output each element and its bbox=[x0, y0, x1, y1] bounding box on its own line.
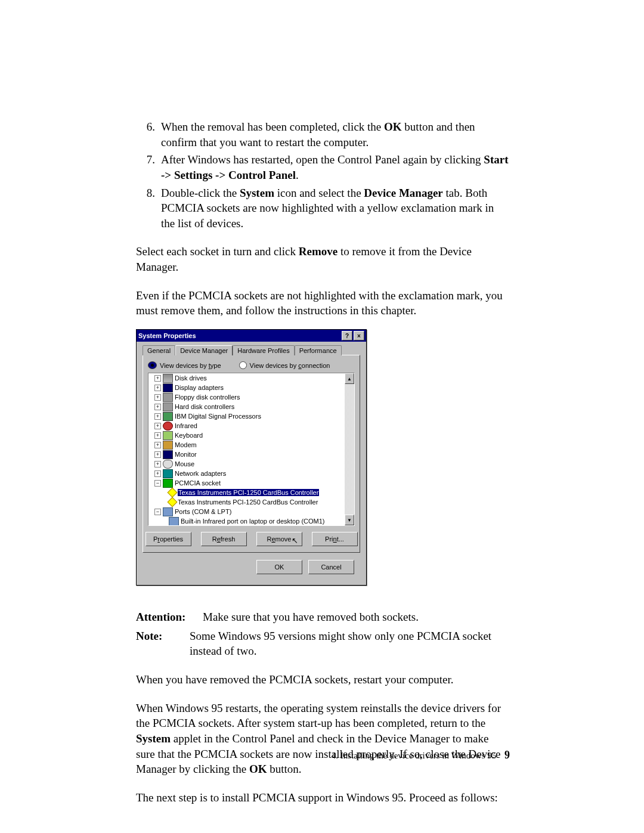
system-properties-dialog: System Properties ? × General Device Man… bbox=[136, 329, 367, 586]
step-number: 8. bbox=[136, 185, 161, 231]
print-button[interactable]: Print... bbox=[312, 532, 358, 546]
dsp-icon bbox=[163, 412, 173, 421]
chapter-title: 4. Installing the device drivers in Wind… bbox=[332, 751, 497, 760]
ok-button[interactable]: OK bbox=[256, 560, 302, 574]
expand-icon[interactable]: + bbox=[154, 442, 161, 448]
expand-icon[interactable]: + bbox=[154, 470, 161, 477]
expand-icon[interactable]: + bbox=[154, 385, 161, 391]
tab-general[interactable]: General bbox=[143, 345, 175, 355]
instruction-list: 6. When the removal has been completed, … bbox=[136, 119, 510, 231]
keyboard-icon bbox=[163, 431, 173, 440]
page-footer: 4. Installing the device drivers in Wind… bbox=[332, 749, 510, 761]
modem-icon bbox=[163, 441, 173, 450]
expand-icon[interactable]: + bbox=[154, 394, 161, 401]
vertical-scrollbar[interactable]: ▲ ▼ bbox=[345, 373, 354, 525]
cancel-button[interactable]: Cancel bbox=[308, 560, 354, 574]
tree-item[interactable]: Texas Instruments PCI-1250 CardBus Contr… bbox=[178, 498, 318, 506]
dialog-titlebar: System Properties ? × bbox=[137, 330, 366, 342]
mouse-icon bbox=[163, 460, 173, 469]
close-icon[interactable]: × bbox=[354, 331, 364, 340]
floppy-icon bbox=[163, 393, 173, 402]
tab-hardware-profiles[interactable]: Hardware Profiles bbox=[233, 345, 294, 355]
tree-item-selected[interactable]: Texas Instruments PCI-1250 CardBus Contr… bbox=[178, 489, 319, 496]
radio-view-by-type[interactable]: View devices by type bbox=[148, 361, 221, 369]
scroll-down-icon[interactable]: ▼ bbox=[345, 515, 354, 525]
hdd-icon bbox=[163, 402, 173, 411]
page-number: 9 bbox=[504, 749, 510, 761]
paragraph: When Windows 95 restarts, the operating … bbox=[136, 701, 510, 777]
properties-button[interactable]: Properties bbox=[145, 532, 191, 546]
collapse-icon[interactable]: − bbox=[154, 480, 161, 487]
paragraph: When you have removed the PCMCIA sockets… bbox=[136, 672, 510, 688]
attention-text: Make sure that you have removed both soc… bbox=[203, 609, 419, 625]
radio-icon bbox=[148, 361, 157, 369]
warning-icon bbox=[168, 488, 178, 498]
step-text: When the removal has been completed, cli… bbox=[161, 119, 510, 150]
paragraph: The next step is to install PCMCIA suppo… bbox=[136, 790, 510, 806]
radio-view-by-connection[interactable]: View devices by connection bbox=[239, 361, 330, 369]
drive-icon bbox=[163, 374, 173, 383]
help-icon[interactable]: ? bbox=[342, 331, 352, 340]
step-number: 7. bbox=[136, 152, 161, 182]
remove-button[interactable]: Remove↖ bbox=[256, 532, 302, 546]
infrared-icon bbox=[163, 422, 173, 431]
expand-icon[interactable]: + bbox=[154, 432, 161, 439]
pcmcia-icon bbox=[163, 479, 173, 488]
tab-performance[interactable]: Performance bbox=[295, 345, 342, 355]
expand-icon[interactable]: + bbox=[154, 461, 161, 467]
expand-icon[interactable]: + bbox=[154, 413, 161, 420]
step-number: 6. bbox=[136, 119, 161, 150]
step-text: After Windows has restarted, open the Co… bbox=[161, 152, 510, 182]
expand-icon[interactable]: + bbox=[154, 423, 161, 429]
monitor-icon bbox=[163, 450, 173, 459]
warning-icon bbox=[168, 497, 178, 507]
radio-icon bbox=[239, 361, 247, 369]
tab-strip: General Device Manager Hardware Profiles… bbox=[143, 345, 360, 355]
note-text: Some Windows 95 versions might show only… bbox=[190, 628, 510, 659]
scroll-up-icon[interactable]: ▲ bbox=[345, 373, 354, 384]
expand-icon[interactable]: + bbox=[154, 375, 161, 382]
tree-item[interactable]: Built-in Infrared port on laptop or desk… bbox=[181, 518, 325, 525]
port-icon bbox=[169, 517, 179, 526]
note-label: Note: bbox=[136, 628, 190, 659]
collapse-icon[interactable]: − bbox=[154, 509, 161, 515]
network-icon bbox=[163, 469, 173, 478]
refresh-button[interactable]: Refresh bbox=[201, 532, 247, 546]
expand-icon[interactable]: + bbox=[154, 451, 161, 458]
cursor-icon: ↖ bbox=[292, 536, 298, 545]
scroll-track[interactable] bbox=[345, 384, 354, 515]
expand-icon[interactable]: + bbox=[154, 404, 161, 410]
dialog-title: System Properties bbox=[138, 332, 340, 339]
tab-device-manager[interactable]: Device Manager bbox=[175, 345, 233, 355]
ports-icon bbox=[163, 507, 173, 516]
paragraph: Even if the PCMCIA sockets are not highl… bbox=[136, 288, 510, 318]
paragraph: Select each socket in turn and click Rem… bbox=[136, 244, 510, 274]
display-icon bbox=[163, 383, 173, 392]
step-text: Double-click the System icon and select … bbox=[161, 185, 510, 231]
attention-label: Attention: bbox=[136, 609, 203, 625]
device-tree[interactable]: +Disk drives +Display adapters +Floppy d… bbox=[148, 373, 345, 525]
